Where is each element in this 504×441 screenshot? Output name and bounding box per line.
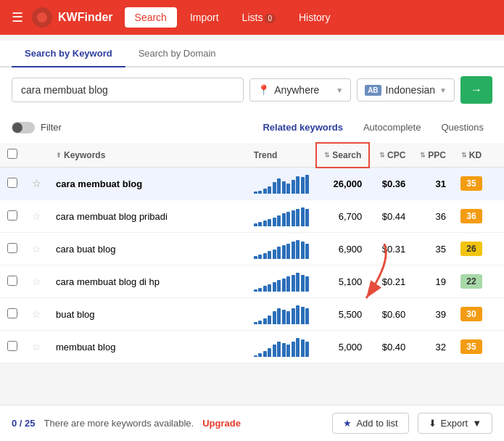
trend-chart <box>254 239 310 259</box>
tab-search-by-domain[interactable]: Search by Domain <box>125 41 229 67</box>
tab-autocomplete[interactable]: Autocomplete <box>355 118 430 136</box>
trend-bar <box>292 210 295 226</box>
export-icon: ⬇ <box>429 418 437 429</box>
trend-bar <box>305 308 309 324</box>
trend-chart <box>254 271 310 292</box>
cpc-value: $0.31 <box>382 244 406 255</box>
nav-history[interactable]: History <box>289 7 341 28</box>
keywords-sort-icon: ⬆ <box>56 152 62 159</box>
row-scroll-cell <box>489 331 504 363</box>
search-tabs: Search by Keyword Search by Domain <box>0 41 504 67</box>
row-checkbox[interactable] <box>7 210 17 220</box>
th-keywords[interactable]: ⬆ Keywords <box>49 143 247 168</box>
trend-chart <box>254 304 310 324</box>
lang-badge: AB <box>365 85 381 96</box>
filter-bar: Filter Related keywords Autocomplete Que… <box>0 112 504 142</box>
cpc-sort-icon: ⇅ <box>379 152 385 159</box>
filter-label[interactable]: Filter <box>41 122 62 133</box>
table-row: ☆ cara buat blog 6,900 $0.31 35 26 <box>0 233 504 265</box>
favorite-star-icon[interactable]: ☆ <box>32 341 41 353</box>
trend-bar <box>268 219 271 226</box>
th-search[interactable]: ⇅ Search <box>316 143 369 168</box>
filter-toggle-knob <box>12 123 22 133</box>
lang-arrow-icon: ▼ <box>439 86 447 94</box>
favorite-star-icon[interactable]: ☆ <box>32 243 41 255</box>
kd-badge: 35 <box>460 339 482 354</box>
row-search-cell: 6,900 <box>316 233 369 265</box>
row-search-cell: 6,700 <box>316 200 369 233</box>
location-select[interactable]: 📍 Anywhere ▼ <box>249 78 351 102</box>
cpc-value: $0.40 <box>382 342 406 353</box>
row-checkbox[interactable] <box>7 308 17 318</box>
trend-bar <box>282 213 286 226</box>
tab-search-by-keyword[interactable]: Search by Keyword <box>12 41 125 67</box>
table-row: ☆ cara membuat blog pribadi 6,700 $0.44 … <box>0 200 504 233</box>
logo: KWFinder <box>32 7 113 28</box>
trend-bar <box>258 222 262 226</box>
favorite-star-icon[interactable]: ☆ <box>32 276 41 287</box>
favorite-star-icon[interactable]: ☆ <box>32 210 41 222</box>
row-kd-cell: 30 <box>453 298 489 331</box>
kd-badge: 26 <box>460 242 482 256</box>
th-ppc[interactable]: ⇅ PPC <box>413 143 453 168</box>
row-star-cell: ☆ <box>25 331 49 363</box>
search-go-button[interactable]: → <box>460 76 492 104</box>
favorite-star-icon[interactable]: ☆ <box>32 178 41 189</box>
th-trend[interactable]: Trend <box>247 143 317 168</box>
row-ppc-cell: 36 <box>413 200 453 233</box>
ppc-value: 31 <box>436 178 446 189</box>
trend-bar <box>301 177 305 194</box>
keyword-input[interactable] <box>12 78 244 102</box>
row-ppc-cell: 19 <box>413 265 453 298</box>
row-cpc-cell: $0.40 <box>369 331 413 363</box>
upgrade-link[interactable]: Upgrade <box>202 418 241 429</box>
row-checkbox[interactable] <box>7 243 17 253</box>
footer-count: 0 / 25 <box>12 418 36 429</box>
trend-bar <box>254 223 257 226</box>
kd-badge: 22 <box>460 274 482 289</box>
language-select[interactable]: AB Indonesian ▼ <box>357 78 455 102</box>
trend-bar <box>258 288 262 292</box>
row-trend-cell <box>247 331 317 363</box>
nav-import[interactable]: Import <box>180 7 229 28</box>
hamburger-icon[interactable]: ☰ <box>9 7 26 28</box>
row-checkbox[interactable] <box>7 178 17 188</box>
row-cpc-cell: $0.44 <box>369 200 413 233</box>
trend-bar <box>273 311 276 324</box>
trend-bar <box>282 279 286 292</box>
row-checkbox[interactable] <box>7 276 17 286</box>
trend-bar <box>305 244 309 259</box>
search-bar: 📍 Anywhere ▼ AB Indonesian ▼ → <box>0 67 504 112</box>
nav-lists[interactable]: Lists0 <box>232 7 286 28</box>
row-keyword-cell: cara membuat blog <box>49 168 247 200</box>
tab-questions[interactable]: Questions <box>432 118 492 136</box>
table-row: ☆ membuat blog 5,000 $0.40 32 35 <box>0 331 504 363</box>
filter-toggle-track[interactable] <box>12 122 35 133</box>
row-scroll-cell <box>489 265 504 298</box>
trend-chart <box>254 206 310 226</box>
export-button[interactable]: ⬇ Export ▼ <box>418 413 492 434</box>
export-label: Export <box>441 418 468 429</box>
lists-badge: 0 <box>264 14 276 23</box>
footer: 0 / 25 There are more keywords available… <box>0 405 504 441</box>
trend-bar <box>305 276 309 292</box>
kd-badge: 35 <box>460 176 482 191</box>
row-checkbox[interactable] <box>7 341 17 351</box>
table-row: ☆ cara membuat blog di hp 5,100 $0.21 19… <box>0 265 504 298</box>
star-icon: ★ <box>343 418 352 429</box>
th-kd[interactable]: ⇅ KD <box>453 143 489 168</box>
tab-related-keywords[interactable]: Related keywords <box>254 118 352 136</box>
trend-bar <box>296 273 299 292</box>
search-sort-icon: ⇅ <box>324 152 330 159</box>
row-keyword-cell: cara buat blog <box>49 233 247 265</box>
add-to-list-button[interactable]: ★ Add to list <box>332 413 408 434</box>
nav-search[interactable]: Search <box>125 7 177 28</box>
th-cpc[interactable]: ⇅ CPC <box>369 143 413 168</box>
select-all-checkbox[interactable] <box>7 149 17 159</box>
row-star-cell: ☆ <box>25 168 49 200</box>
favorite-star-icon[interactable]: ☆ <box>32 308 41 320</box>
trend-chart <box>254 337 310 357</box>
row-kd-cell: 22 <box>453 265 489 298</box>
trend-bar <box>301 339 305 357</box>
row-search-cell: 26,000 <box>316 168 369 200</box>
